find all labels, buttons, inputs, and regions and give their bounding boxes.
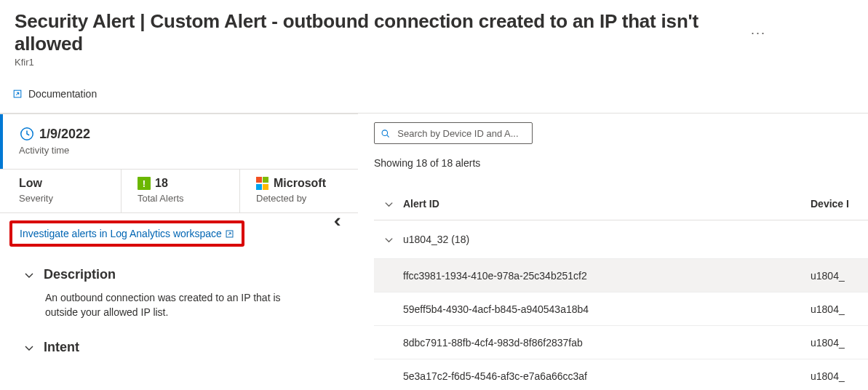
cell-device: u1804_ [811, 270, 845, 282]
intent-section-title: Intent [44, 340, 79, 355]
severity-cell: Low Severity [0, 170, 122, 212]
group-label: u1804_32 (18) [403, 234, 469, 245]
investigate-highlight-box: Investigate alerts in Log Analytics work… [9, 220, 244, 247]
activity-time-label: Activity time [19, 145, 358, 156]
detected-by-value: Microsoft [274, 177, 326, 190]
cell-device: u1804_ [811, 303, 845, 315]
clock-icon [19, 126, 35, 142]
expand-all-toggle[interactable] [374, 199, 403, 210]
total-alerts-label: Total Alerts [138, 193, 239, 204]
cell-device: u1804_ [811, 337, 845, 349]
chevron-down-icon [23, 269, 35, 281]
external-link-icon [12, 89, 23, 99]
cell-device: u1804_ [811, 370, 845, 382]
total-alerts-cell: ! 18 Total Alerts [122, 170, 240, 212]
alert-badge-icon: ! [138, 177, 151, 190]
chevron-down-icon [23, 342, 35, 354]
cell-alert-id: 5e3a17c2-f6d5-4546-af3c-e7a6a66cc3af [374, 370, 811, 382]
table-row[interactable]: 59eff5b4-4930-4acf-b845-a940543a18b4u180… [374, 292, 868, 326]
cell-alert-id: 59eff5b4-4930-4acf-b845-a940543a18b4 [374, 303, 811, 315]
description-section-title: Description [44, 267, 116, 282]
chevron-down-icon [383, 234, 394, 245]
external-link-icon [225, 229, 234, 239]
search-input[interactable] [396, 127, 526, 140]
alerts-table: Alert ID Device I u1804_32 (18) ffcc3981… [374, 198, 868, 390]
severity-label: Severity [19, 193, 121, 204]
intent-section-toggle[interactable]: Intent [23, 340, 343, 355]
documentation-link[interactable]: Documentation [12, 88, 97, 100]
investigate-link-label: Investigate alerts in Log Analytics work… [20, 228, 222, 239]
svg-point-3 [382, 130, 388, 135]
group-row[interactable]: u1804_32 (18) [374, 220, 868, 259]
column-device[interactable]: Device I [811, 198, 849, 210]
description-body: An outbound connection was created to an… [23, 282, 343, 319]
chevron-down-icon [383, 199, 394, 210]
page-title: Security Alert | Custom Alert - outbound… [15, 10, 751, 55]
column-alert-id[interactable]: Alert ID [403, 198, 811, 210]
total-alerts-value: 18 [155, 177, 168, 190]
detected-by-cell: Microsoft Detected by [240, 170, 358, 212]
severity-value: Low [19, 177, 121, 190]
cell-alert-id: 8dbc7911-88fb-4cf4-983d-8f86f2837fab [374, 337, 811, 349]
page-subtitle: Kfir1 [15, 57, 868, 68]
more-actions-button[interactable]: ··· [751, 25, 766, 41]
table-row[interactable]: ffcc3981-1934-410e-978a-25c34b251cf2u180… [374, 259, 868, 292]
details-pane: 1/9/2022 Activity time Low Severity ! 18… [0, 114, 358, 390]
cell-alert-id: ffcc3981-1934-410e-978a-25c34b251cf2 [374, 270, 811, 282]
alerts-list-pane: Showing 18 of 18 alerts Alert ID Device … [358, 114, 868, 390]
table-row[interactable]: 5e3a17c2-f6d5-4546-af3c-e7a6a66cc3afu180… [374, 359, 868, 390]
search-box[interactable] [374, 122, 533, 144]
documentation-link-label: Documentation [28, 88, 97, 100]
table-row[interactable]: 8dbc7911-88fb-4cf4-983d-8f86f2837fabu180… [374, 326, 868, 359]
description-section-toggle[interactable]: Description [23, 267, 343, 282]
detected-by-label: Detected by [256, 193, 358, 204]
activity-date: 1/9/2022 [39, 127, 90, 142]
results-summary: Showing 18 of 18 alerts [374, 157, 868, 169]
microsoft-logo-icon [256, 177, 269, 190]
investigate-link[interactable]: Investigate alerts in Log Analytics work… [20, 228, 234, 239]
search-icon [381, 128, 390, 139]
